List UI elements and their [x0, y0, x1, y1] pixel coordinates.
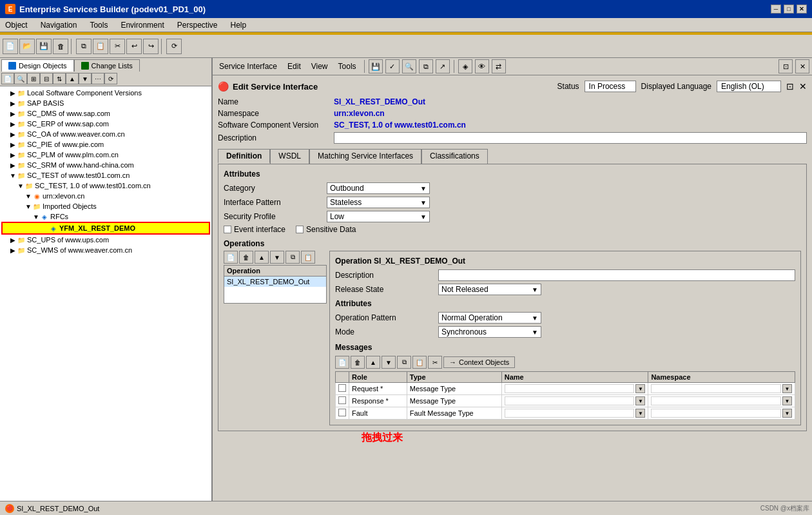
tree-item-rfcs[interactable]: ▼ ◈ RFCs	[1, 211, 210, 222]
right-btn-switch[interactable]: ⇄	[492, 59, 506, 73]
msg-ns-response[interactable]: ▼	[648, 395, 795, 407]
tree-item-sc-wms[interactable]: ▶ 📁 SC_WMS of www.weaver.com.cn	[1, 245, 210, 255]
toolbar-open[interactable]: 📂	[19, 39, 35, 54]
ops-btn-down[interactable]: ▼	[270, 251, 284, 264]
maximize-button[interactable]: □	[784, 5, 794, 14]
msg-btn-copy[interactable]: ⧉	[397, 356, 411, 369]
ops-btn-up[interactable]: ▲	[255, 251, 269, 264]
right-btn-activate[interactable]: ✓	[385, 59, 400, 73]
tree-item-sap-basis[interactable]: ▶ 📁 SAP BASIS	[1, 98, 210, 108]
msg-name-request-input[interactable]	[505, 384, 635, 393]
close-editor-icon[interactable]: ✕	[799, 81, 807, 92]
left-btn-new[interactable]: 📄	[1, 73, 14, 84]
msg-btn-down[interactable]: ▼	[382, 356, 396, 369]
op-mode-dropdown[interactable]: Synchronous ▼	[438, 326, 541, 338]
tab-matching[interactable]: Matching Service Interfaces	[309, 149, 421, 164]
right-btn-where-used[interactable]: ◈	[458, 59, 472, 73]
menu-help[interactable]: Help	[227, 19, 249, 31]
msg-check-response[interactable]	[338, 396, 346, 404]
msg-name-request-browse[interactable]: ▼	[635, 384, 645, 393]
ops-btn-paste[interactable]: 📋	[301, 251, 315, 264]
msg-name-fault[interactable]: ▼	[501, 407, 648, 420]
close-button[interactable]: ✕	[797, 5, 807, 14]
left-btn-up[interactable]: ▲	[66, 73, 79, 84]
expand-icon[interactable]: ⊡	[786, 81, 794, 92]
release-state-dropdown[interactable]: Not Released ▼	[438, 284, 541, 295]
tree-item-yfm-xl-rest-demo[interactable]: ◈ YFM_XL_REST_DEMO	[1, 222, 210, 235]
ops-btn-copy[interactable]: ⧉	[285, 251, 300, 264]
msg-name-response[interactable]: ▼	[501, 395, 648, 407]
msg-ns-fault-browse[interactable]: ▼	[782, 409, 792, 418]
tree-item-sc-srm[interactable]: ▶ 📁 SC_SRM of www.hand-china.com	[1, 160, 210, 170]
msg-name-fault-input[interactable]	[505, 409, 635, 418]
msg-btn-new[interactable]: 📄	[335, 356, 349, 369]
tab-wsdl[interactable]: WSDL	[270, 149, 309, 164]
tab-design-objects[interactable]: Design Objects	[1, 59, 74, 72]
msg-btn-cut[interactable]: ✂	[428, 356, 442, 369]
context-objects-btn[interactable]: → Context Objects	[443, 356, 515, 368]
msg-name-response-browse[interactable]: ▼	[635, 396, 645, 405]
left-btn-down[interactable]: ▼	[79, 73, 92, 84]
msg-name-request[interactable]: ▼	[501, 383, 648, 395]
ops-btn-new[interactable]: 📄	[224, 251, 238, 264]
tree-item-sc-dms[interactable]: ▶ 📁 SC_DMS of www.sap.com	[1, 108, 210, 119]
left-btn-collapse[interactable]: ⊟	[40, 73, 53, 84]
menu-service-interface[interactable]: Service Interface	[215, 61, 281, 72]
toolbar-undo[interactable]: ↩	[126, 39, 142, 54]
msg-name-fault-browse[interactable]: ▼	[635, 409, 645, 418]
msg-check-request[interactable]	[338, 384, 346, 392]
window-controls[interactable]: ─ □ ✕	[771, 5, 807, 14]
toolbar-delete[interactable]: 🗑	[53, 39, 68, 54]
msg-ns-request[interactable]: ▼	[648, 383, 795, 395]
tree-item-sc-pie[interactable]: ▶ 📁 SC_PIE of www.pie.com	[1, 139, 210, 150]
menu-edit[interactable]: Edit	[284, 61, 305, 72]
event-interface-checkbox[interactable]	[224, 226, 231, 233]
security-profile-dropdown[interactable]: Low ▼	[327, 211, 430, 222]
right-btn-copy[interactable]: ⧉	[419, 59, 433, 73]
msg-ns-request-input[interactable]	[651, 384, 781, 393]
right-btn-display[interactable]: 👁	[475, 59, 489, 73]
msg-ns-request-browse[interactable]: ▼	[782, 384, 792, 393]
tree-item-sc-test-10[interactable]: ▼ 📁 SC_TEST, 1.0 of www.test01.com.cn	[1, 180, 210, 191]
left-btn-filter[interactable]: 🔍	[14, 73, 27, 84]
msg-ns-fault-input[interactable]	[651, 409, 781, 418]
tree-item-sc-erp[interactable]: ▶ 📁 SC_ERP of www.sap.com	[1, 119, 210, 129]
right-btn-nav[interactable]: ↗	[436, 59, 450, 73]
right-btn-save[interactable]: 💾	[369, 59, 383, 73]
tree-item-sc-ups[interactable]: ▶ 📁 SC_UPS of www.ups.com	[1, 235, 210, 245]
description-input[interactable]	[334, 132, 807, 144]
left-btn-expand[interactable]: ⊞	[27, 73, 40, 84]
menu-environment[interactable]: Environment	[118, 19, 166, 31]
toolbar-redo[interactable]: ↪	[143, 39, 159, 54]
toolbar-refresh[interactable]: ⟳	[166, 39, 182, 54]
op-pattern-dropdown[interactable]: Normal Operation ▼	[438, 312, 541, 324]
msg-ns-response-input[interactable]	[651, 396, 781, 405]
category-dropdown[interactable]: Outbound ▼	[327, 182, 430, 194]
toolbar-cut[interactable]: ✂	[110, 39, 125, 54]
tab-classifications[interactable]: Classifications	[421, 149, 488, 164]
msg-ns-fault[interactable]: ▼	[648, 407, 795, 420]
right-btn-close[interactable]: ✕	[795, 59, 809, 73]
msg-btn-up[interactable]: ▲	[366, 356, 380, 369]
tab-change-lists[interactable]: Change Lists	[74, 59, 140, 72]
tree-item-sc-plm[interactable]: ▶ 📁 SC_PLM of www.plm.com.cn	[1, 150, 210, 160]
menu-navigation[interactable]: Navigation	[38, 19, 80, 31]
menu-perspective[interactable]: Perspective	[175, 19, 220, 31]
tab-definition[interactable]: Definition	[218, 149, 270, 164]
msg-check-fault[interactable]	[338, 409, 346, 416]
ops-btn-delete[interactable]: 🗑	[239, 251, 253, 264]
msg-btn-delete[interactable]: 🗑	[351, 356, 365, 369]
msg-btn-paste[interactable]: 📋	[412, 356, 427, 369]
toolbar-save[interactable]: 💾	[36, 39, 52, 54]
interface-pattern-dropdown[interactable]: Stateless ▼	[327, 197, 430, 208]
tree-item-local-sw[interactable]: ▶ 📁 Local Software Component Versions	[1, 88, 210, 98]
menu-tools-right[interactable]: Tools	[334, 61, 360, 72]
toolbar-paste[interactable]: 📋	[93, 39, 108, 54]
sensitive-data-checkbox[interactable]	[296, 226, 304, 233]
minimize-button[interactable]: ─	[771, 5, 781, 14]
left-btn-refresh[interactable]: ⟳	[104, 73, 117, 84]
toolbar-copy[interactable]: ⧉	[76, 39, 92, 54]
menu-view[interactable]: View	[307, 61, 332, 72]
op-description-input[interactable]	[438, 269, 795, 281]
menu-object[interactable]: Object	[3, 19, 30, 31]
